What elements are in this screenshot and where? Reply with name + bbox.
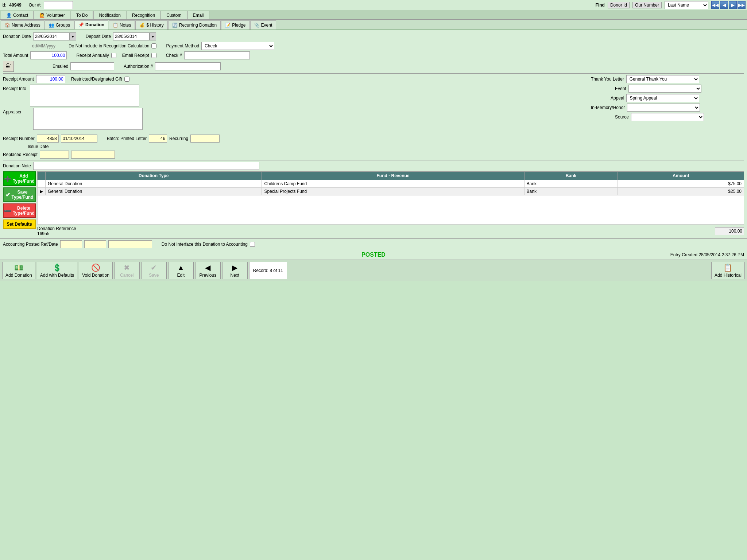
tab-name-address[interactable]: 🏠 Name Address [1, 20, 44, 30]
check-label: Check # [166, 53, 182, 58]
tab-donation[interactable]: 📌 Donation [74, 20, 108, 30]
thank-you-select[interactable]: General Thank You [626, 75, 699, 83]
table-row[interactable]: General Donation Childrens Camp Fund Ban… [38, 180, 744, 188]
add-type-fund-button[interactable]: ➕ AddType/Fund [3, 171, 36, 186]
batch-input[interactable] [149, 135, 167, 143]
source-select[interactable] [631, 113, 704, 121]
table-header-row: Donation Type Fund - Revenue Bank Amount [38, 172, 744, 180]
appraiser-textarea[interactable] [33, 108, 143, 130]
donor-id-button[interactable]: Donor Id [608, 2, 630, 8]
email-receipt-checkbox[interactable] [151, 53, 156, 58]
our-number-button[interactable]: Our Number [632, 2, 662, 8]
main-content: Donation Date ▼ Deposit Date ▼ dd/MM/yyy… [0, 30, 747, 238]
receipt-info-textarea[interactable] [30, 85, 139, 106]
minus-icon: ➖ [4, 207, 11, 214]
save-button[interactable]: ✔ Save [141, 262, 167, 279]
groups-icon: 👥 [49, 23, 54, 28]
accounting-ref3-input[interactable] [108, 240, 152, 248]
save-type-fund-button[interactable]: ✔ SaveType/Fund [3, 187, 36, 202]
record-info: Record: 8 of 11 [249, 262, 287, 279]
deposit-date-input[interactable] [113, 32, 150, 40]
nav-next-button[interactable]: ▶ [729, 1, 737, 9]
event-select[interactable] [628, 85, 701, 93]
check-input[interactable] [184, 51, 250, 59]
accounting-ref1-input[interactable] [60, 240, 82, 248]
in-memory-select[interactable] [627, 104, 700, 112]
issue-date-input[interactable] [61, 135, 97, 143]
tab-history[interactable]: 💰 $ History [135, 20, 167, 30]
source-row: Source [591, 113, 744, 121]
replaced-receipt-input2[interactable] [71, 151, 115, 159]
row1-bank: Bank [524, 180, 618, 188]
receipt-amount-label: Receipt Amount [3, 77, 34, 82]
receipt-number-input[interactable] [37, 135, 59, 143]
cancel-icon: ✖ [124, 263, 130, 272]
tab-custom[interactable]: Custom [161, 11, 187, 19]
delete-type-fund-button[interactable]: ➖ DeleteType/Fund [3, 203, 36, 218]
grid-buttons: ➕ AddType/Fund ✔ SaveType/Fund ➖ DeleteT… [3, 171, 36, 236]
accounting-ref2-input[interactable] [84, 240, 106, 248]
donation-date-label: Donation Date [3, 34, 31, 39]
authorization-label: Authorization # [124, 64, 153, 69]
tab-notes[interactable]: 📋 Notes [109, 20, 135, 30]
previous-button[interactable]: ◀ Previous [195, 262, 221, 279]
tab-recurring[interactable]: 🔄 Recurring Donation [168, 20, 221, 30]
nav-last-button[interactable]: ▶▶ [738, 1, 746, 9]
tab-recognition[interactable]: Recognition [127, 11, 160, 19]
nav-first-button[interactable]: ◀◀ [711, 1, 719, 9]
accounting-label: Accounting Posted Ref/Date [3, 242, 58, 247]
nav-arrows: ◀◀ ◀ ▶ ▶▶ [711, 1, 746, 9]
total-amount-input[interactable] [30, 51, 67, 59]
emailed-row: 🏛 Emailed Authorization # [3, 61, 744, 72]
col-bank: Bank [524, 172, 618, 180]
notes-icon: 📋 [113, 23, 118, 28]
tab-notification[interactable]: Notification [93, 11, 126, 19]
tab-contact[interactable]: 👤 Contact [1, 11, 34, 19]
donation-date-input[interactable] [33, 32, 70, 40]
appeal-select[interactable]: Spring Appeal [626, 94, 699, 102]
tab-groups[interactable]: 👥 Groups [45, 20, 74, 30]
add-with-defaults-button[interactable]: 💲 Add with Defaults [37, 262, 77, 279]
last-name-select[interactable]: Last Name [665, 1, 708, 9]
set-defaults-button[interactable]: Set Defaults [3, 219, 36, 229]
tab-pledge[interactable]: 📝 Pledge [221, 20, 249, 30]
tab-volunteer[interactable]: 🙋 Volunteer [34, 11, 70, 19]
donation-note-input[interactable] [33, 162, 259, 170]
top-bar: Id: 40949 Our #: Find Donor Id Our Numbe… [0, 0, 747, 10]
deposit-date-dropdown[interactable]: ▼ [150, 32, 156, 40]
middle-section: Receipt Amount Restricted/Designated Gif… [3, 75, 744, 131]
tab-event[interactable]: 📎 Event [250, 20, 276, 30]
receipt-annually-checkbox[interactable] [111, 53, 116, 58]
replaced-receipt-label: Replaced Receipt [3, 152, 38, 157]
recurring-label: Recurring [169, 136, 188, 141]
void-donation-button[interactable]: 🚫 Void Donation [79, 262, 113, 279]
table-row[interactable]: ▶ General Donation Special Projects Fund… [38, 188, 744, 195]
do-not-include-checkbox[interactable] [151, 43, 156, 48]
tab-email[interactable]: Email [187, 11, 209, 19]
authorization-input[interactable] [155, 62, 221, 70]
emailed-input[interactable] [70, 62, 114, 70]
recurring-input[interactable] [190, 135, 220, 143]
do-not-interface-checkbox[interactable] [250, 242, 255, 247]
donation-ref-label: Donation Reference [37, 226, 76, 231]
add-historical-button[interactable]: 📋 Add Historical [711, 262, 745, 279]
our-number-input[interactable] [44, 1, 73, 9]
edit-button[interactable]: ▲ Edit [168, 262, 194, 279]
batch-label: Batch: Printed Letter [107, 136, 147, 141]
cancel-button[interactable]: ✖ Cancel [114, 262, 140, 279]
tab-todo[interactable]: To Do [71, 11, 93, 19]
next-button[interactable]: ▶ Next [222, 262, 248, 279]
appraiser-row: Appraiser [3, 108, 587, 130]
restricted-checkbox[interactable] [124, 77, 129, 82]
donation-note-label: Donation Note [3, 163, 31, 168]
issue-date-label: Issue Date [28, 144, 49, 149]
issue-date-label-row: Issue Date [3, 144, 744, 149]
total-display-input[interactable] [715, 227, 744, 235]
event-row: Event [591, 85, 744, 93]
payment-method-select[interactable]: Check [201, 42, 274, 50]
add-donation-button[interactable]: 💵 Add Donation [2, 262, 35, 279]
donation-date-dropdown[interactable]: ▼ [70, 32, 76, 40]
replaced-receipt-input1[interactable] [40, 151, 69, 159]
receipt-amount-input[interactable] [36, 75, 65, 83]
nav-prev-button[interactable]: ◀ [720, 1, 728, 9]
